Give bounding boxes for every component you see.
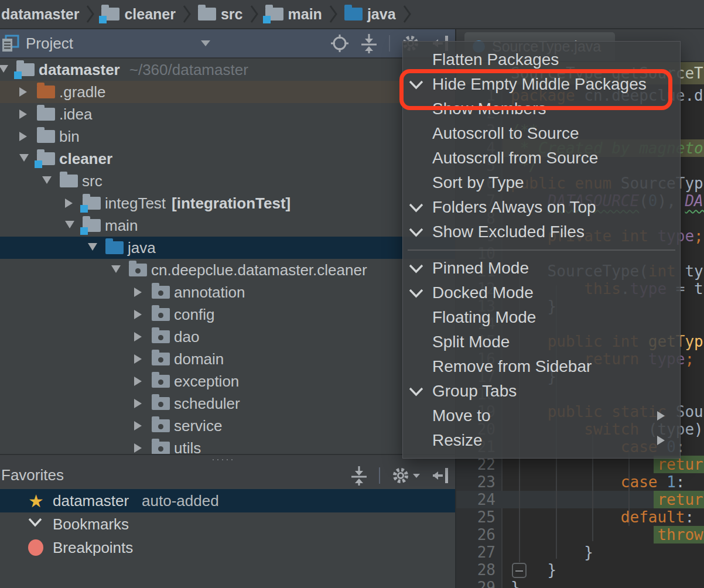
tree-row-datamaster[interactable]: datamaster~/360/datamaster — [0, 59, 455, 81]
package-icon — [152, 397, 170, 410]
code-text: return DATATABLE; — [511, 491, 704, 508]
menu-item-split-mode[interactable]: Split Mode — [403, 330, 680, 354]
tree-row-annotation[interactable]: annotation — [0, 281, 455, 303]
chevron-down-icon[interactable] — [201, 40, 210, 46]
favorites-list: ★datamasterauto-addedBookmarksBreakpoint… — [0, 488, 455, 588]
expand-arrow-icon[interactable] — [19, 87, 27, 97]
fold-marker-icon[interactable] — [512, 563, 527, 578]
splitter-grip-icon — [211, 458, 235, 461]
breadcrumb-item-src[interactable]: src — [197, 6, 244, 23]
locate-icon[interactable] — [330, 34, 349, 53]
collapse-arrow-icon[interactable] — [88, 243, 97, 251]
package-icon — [129, 264, 147, 276]
tree-row-cleaner[interactable]: cleaner — [0, 148, 455, 170]
hide-icon[interactable] — [431, 467, 451, 484]
menu-item-label: Floating Mode — [432, 308, 536, 326]
menu-item-move-to[interactable]: Move to — [403, 404, 680, 428]
tree-row-dao[interactable]: dao — [0, 326, 455, 348]
line-number: 24 — [456, 491, 495, 508]
collapse-all-icon[interactable] — [350, 466, 368, 486]
code-line-27: 27 } — [456, 543, 704, 561]
tree-row-java[interactable]: java — [0, 237, 455, 259]
expand-arrow-icon[interactable] — [134, 377, 142, 386]
favorites-item-datamaster[interactable]: ★datamasterauto-added — [0, 489, 455, 512]
code-text: default: — [511, 508, 694, 526]
expand-arrow-icon[interactable] — [134, 399, 142, 408]
collapse-all-icon[interactable] — [360, 33, 378, 53]
tree-row-service[interactable]: service — [0, 415, 455, 437]
breadcrumb-item-datamaster[interactable]: datamaster — [0, 6, 80, 23]
menu-item-show-members[interactable]: Show Members — [403, 97, 680, 121]
favorites-item-Breakpoints[interactable]: Breakpoints — [0, 536, 455, 559]
tree-label: dao — [174, 326, 199, 348]
code-line-26: 26 throw new IllegalArgumentException(); — [456, 526, 704, 543]
tree-label: bin — [59, 125, 80, 148]
favorites-label: Breakpoints — [53, 536, 133, 559]
expand-arrow-icon[interactable] — [19, 132, 27, 141]
submenu-arrow-icon — [657, 411, 665, 421]
tree-row-bin[interactable]: bin — [0, 125, 455, 148]
tree-row-.gradle[interactable]: .gradle — [0, 81, 455, 103]
module-icon — [101, 8, 119, 20]
tree-row-config[interactable]: config — [0, 303, 455, 326]
breadcrumb-label: cleaner — [124, 6, 176, 23]
menu-item-label: Group Tabs — [432, 382, 517, 400]
expand-arrow-icon[interactable] — [134, 332, 142, 341]
checkmark-icon — [408, 288, 424, 298]
collapse-arrow-icon[interactable] — [0, 65, 8, 73]
menu-item-remove-from-sidebar[interactable]: Remove from Sidebar — [403, 354, 680, 379]
tree-row-utils[interactable]: utils — [0, 437, 455, 454]
tree-row-integTest[interactable]: integTest[integrationTest] — [0, 192, 455, 214]
menu-item-show-excluded-files[interactable]: Show Excluded Files — [403, 220, 680, 244]
menu-item-hide-empty-middle-packages[interactable]: Hide Empty Middle Packages — [403, 72, 680, 97]
favorites-item-Bookmarks[interactable]: Bookmarks — [0, 512, 455, 536]
breadcrumb-item-java[interactable]: java — [343, 6, 397, 23]
menu-item-flatten-packages[interactable]: Flatten Packages — [403, 47, 680, 72]
tree-row-cn.deepclue.datamaster.cleaner[interactable]: cn.deepclue.datamaster.cleaner — [0, 259, 455, 281]
menu-item-label: Resize — [432, 431, 483, 449]
expand-arrow-icon[interactable] — [134, 354, 142, 364]
breadcrumb-chevron-icon — [86, 5, 94, 23]
tree-row-exception[interactable]: exception — [0, 370, 455, 392]
menu-item-group-tabs[interactable]: Group Tabs — [403, 379, 680, 404]
expand-arrow-icon[interactable] — [134, 288, 142, 297]
tree-row-main[interactable]: main — [0, 214, 455, 237]
menu-item-label: Move to — [432, 406, 491, 425]
expand-arrow-icon[interactable] — [134, 443, 142, 453]
expand-arrow-icon[interactable] — [134, 310, 142, 319]
menu-item-label: Autoscroll to Source — [432, 124, 579, 142]
tree-row-scheduler[interactable]: scheduler — [0, 392, 455, 415]
tree-label: .idea — [59, 103, 92, 125]
tree-row-domain[interactable]: domain — [0, 348, 455, 370]
code-text: case 1: — [511, 473, 685, 491]
expand-arrow-icon[interactable] — [19, 110, 27, 119]
breadcrumb-item-cleaner[interactable]: cleaner — [100, 6, 177, 23]
menu-item-docked-mode[interactable]: Docked Mode — [403, 281, 680, 305]
package-icon — [152, 442, 170, 454]
breadcrumb-item-main[interactable]: main — [264, 6, 323, 23]
collapse-arrow-icon[interactable] — [19, 154, 29, 162]
menu-item-resize[interactable]: Resize — [403, 428, 680, 453]
menu-item-autoscroll-to-source[interactable]: Autoscroll to Source — [403, 121, 680, 146]
tree-row-.idea[interactable]: .idea — [0, 103, 455, 125]
menu-item-floating-mode[interactable]: Floating Mode — [403, 305, 680, 330]
tree-label: main — [105, 214, 138, 237]
tree-row-src[interactable]: src — [0, 170, 455, 192]
favorites-header-icons — [350, 461, 451, 490]
folder-icon — [198, 8, 216, 20]
code-line-29: 29} — [456, 579, 704, 588]
menu-item-folders-always-on-top[interactable]: Folders Always on Top — [403, 195, 680, 220]
menu-item-autoscroll-from-source[interactable]: Autoscroll from Source — [403, 146, 680, 170]
expand-arrow-icon[interactable] — [134, 421, 142, 430]
collapse-arrow-icon[interactable] — [42, 176, 52, 184]
checkmark-icon — [408, 387, 424, 396]
menu-item-pinned-mode[interactable]: Pinned Mode — [403, 256, 680, 281]
collapse-arrow-icon[interactable] — [65, 221, 74, 228]
gear-dropdown-icon[interactable] — [391, 466, 421, 486]
collapse-arrow-icon[interactable] — [111, 265, 121, 273]
menu-item-label: Sort by Type — [432, 173, 524, 192]
line-number: 25 — [456, 508, 495, 526]
expand-arrow-icon[interactable] — [65, 199, 73, 208]
menu-item-sort-by-type[interactable]: Sort by Type — [403, 170, 680, 195]
package-icon — [152, 375, 170, 388]
